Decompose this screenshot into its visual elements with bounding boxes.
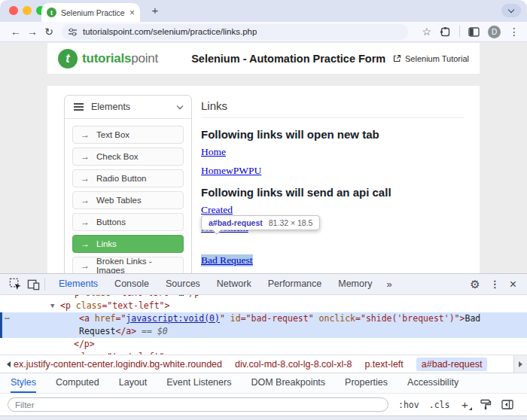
- new-style-rule-button[interactable]: +: [459, 398, 470, 411]
- sidebar-item-radio-button[interactable]: →Radio Button: [72, 169, 184, 187]
- breadcrumb-item-p-text-left[interactable]: p.text-left: [364, 359, 403, 370]
- sidebar-card: Elements →Text Box→Check Box→Radio Butto…: [64, 95, 192, 273]
- sidebar-item-broken-links-images[interactable]: →Broken Links - Images: [72, 257, 184, 273]
- sidebar-item-text-box[interactable]: →Text Box: [72, 126, 184, 144]
- breadcrumb-scroll-right[interactable]: [513, 355, 527, 373]
- profile-avatar[interactable]: D: [488, 26, 501, 38]
- toolbar-divider: [44, 278, 45, 291]
- page-link-home[interactable]: Home: [201, 146, 226, 158]
- forward-button[interactable]: →: [24, 26, 41, 38]
- heading-divider: [201, 117, 465, 118]
- sidebar-header-label: Elements: [91, 102, 170, 112]
- devtools-menu-icon[interactable]: ⋮: [490, 278, 500, 290]
- toggle-element-state-button[interactable]: :hov: [398, 400, 419, 410]
- styles-tab-dom-breakpoints[interactable]: DOM Breakpoints: [251, 373, 325, 393]
- page-title: Selenium - Automation Practice Form: [191, 53, 385, 65]
- sidebar-header[interactable]: Elements: [65, 96, 191, 119]
- page-link-bad-request[interactable]: Bad Request: [201, 254, 253, 266]
- styles-tab-properties[interactable]: Properties: [345, 373, 388, 393]
- styles-tab-accessibility[interactable]: Accessibility: [407, 373, 458, 393]
- styles-tab-styles[interactable]: Styles: [11, 373, 36, 393]
- side-panel-icon[interactable]: [468, 27, 480, 37]
- devtools-tabs: ElementsConsoleSourcesNetworkPerformance…: [50, 274, 380, 294]
- sidebar-item-label: Check Box: [96, 152, 139, 161]
- page-viewport: t tutorialspoint Selenium - Automation P…: [0, 42, 527, 273]
- page-link-created[interactable]: Created: [201, 204, 233, 216]
- page-link-homewpwpu[interactable]: HomewPWPU: [201, 165, 261, 177]
- settings-gear-icon[interactable]: ⚙: [470, 278, 480, 291]
- styles-tab-layout[interactable]: Layout: [119, 373, 148, 393]
- devtools-tab-sources[interactable]: Sources: [157, 274, 209, 294]
- page-container: t tutorialspoint Selenium - Automation P…: [47, 43, 480, 273]
- address-bar[interactable]: tutorialspoint.com/selenium/practice/lin…: [62, 24, 408, 40]
- devtools-tab-network[interactable]: Network: [209, 274, 260, 294]
- element-classes-button[interactable]: .cls: [429, 400, 450, 410]
- sidebar-item-web-tables[interactable]: →Web Tables: [72, 191, 184, 209]
- devtools-tab-performance[interactable]: Performance: [260, 274, 331, 294]
- content-heading: Links: [201, 99, 465, 112]
- selenium-tutorial-link[interactable]: Selenium Tutorial: [393, 54, 469, 63]
- section-title: Following links will send an api call: [201, 186, 465, 199]
- breadcrumb-items: ex.justify-content-center.logindiv.bg-wh…: [14, 358, 487, 371]
- tooltip-dimensions: 81.32 × 18.5: [269, 218, 313, 227]
- brand-light: point: [131, 51, 158, 65]
- devtools-tab-console[interactable]: Console: [106, 274, 157, 294]
- breadcrumb-item-ex-justify-content-center-logindiv-bg-white-rounded[interactable]: ex.justify-content-center.logindiv.bg-wh…: [14, 359, 222, 370]
- dom-row-parent-open[interactable]: ▼<p class="text-left">: [0, 300, 527, 312]
- computed-sidebar-toggle-icon[interactable]: [501, 400, 513, 409]
- sidebar-item-label: Radio Button: [96, 174, 147, 183]
- tab-close-icon[interactable]: ×: [129, 8, 135, 17]
- devtools-panel: ElementsConsoleSourcesNetworkPerformance…: [0, 273, 527, 420]
- sidebar-item-label: Web Tables: [96, 196, 142, 205]
- sidebar-item-links[interactable]: →Links: [72, 235, 184, 253]
- macos-close-button[interactable]: [9, 6, 18, 15]
- sidebar-item-check-box[interactable]: →Check Box: [72, 148, 184, 166]
- devtools-close-icon[interactable]: ×: [510, 278, 516, 291]
- browser-window: t Selenium Practice - Links × + ← → ↻ tu…: [0, 0, 527, 420]
- hamburger-icon: [74, 103, 84, 111]
- styles-tab-computed[interactable]: Computed: [56, 373, 99, 393]
- reload-button[interactable]: ↻: [41, 26, 57, 38]
- breadcrumb: ex.justify-content-center.logindiv.bg-wh…: [0, 355, 527, 373]
- triangle-left-icon: [7, 361, 11, 367]
- chevron-down-icon: [177, 102, 183, 108]
- browser-menu-icon[interactable]: ⋮: [509, 26, 519, 38]
- styles-tab-event-listeners[interactable]: Event Listeners: [166, 373, 231, 393]
- window-bottom-edge: [0, 415, 527, 420]
- brand-text[interactable]: tutorialspoint: [82, 51, 158, 66]
- bookmark-star-icon[interactable]: ☆: [422, 26, 431, 38]
- chevron-down-icon: [508, 6, 514, 12]
- arrow-right-icon: →: [81, 239, 90, 249]
- filter-input[interactable]: [8, 397, 388, 412]
- devtools-tab-elements[interactable]: Elements: [50, 274, 106, 294]
- site-settings-icon[interactable]: [68, 27, 78, 37]
- extensions-icon[interactable]: [440, 26, 451, 38]
- tutorialspoint-logo-icon[interactable]: t: [58, 49, 78, 68]
- back-button[interactable]: ←: [8, 26, 24, 38]
- tab-strip: t Selenium Practice - Links × +: [0, 0, 527, 22]
- external-link-icon: [393, 54, 401, 62]
- inspect-element-button[interactable]: [6, 275, 24, 294]
- more-tabs-icon[interactable]: »: [380, 278, 398, 290]
- browser-tab[interactable]: t Selenium Practice - Links ×: [41, 3, 140, 22]
- dom-row-selected-anchor[interactable]: ⋯<a href="javascript:void(0)" id="bad-re…: [0, 312, 527, 338]
- tab-search-button[interactable]: [501, 4, 521, 17]
- overflow-dots-icon: ⋯: [5, 312, 11, 325]
- breadcrumb-scroll-left[interactable]: [3, 355, 14, 373]
- toolbar-divider: [459, 26, 460, 38]
- sidebar-item-buttons[interactable]: →Buttons: [72, 213, 184, 231]
- device-toolbar-button[interactable]: [24, 275, 42, 294]
- breadcrumb-item-a-bad-request[interactable]: a#bad-request: [416, 358, 488, 371]
- macos-minimize-button[interactable]: [23, 6, 32, 15]
- arrow-right-icon: →: [81, 260, 90, 271]
- breadcrumb-item-div-col-md-8-col-lg-8-col-xl-8[interactable]: div.col-md-8.col-lg-8.col-xl-8: [235, 359, 352, 370]
- sidebar-item-label: Text Box: [96, 130, 129, 139]
- rendering-brush-icon[interactable]: [480, 399, 492, 410]
- sidebar-item-label: Buttons: [96, 218, 126, 227]
- inspect-cursor-icon: [9, 278, 22, 291]
- devtools-tab-memory[interactable]: Memory: [330, 274, 380, 294]
- new-tab-button[interactable]: +: [148, 3, 163, 18]
- main-content: Links Following links will open new tab …: [192, 86, 480, 273]
- browser-toolbar: ← → ↻ tutorialspoint.com/selenium/practi…: [0, 22, 527, 42]
- dom-row-parent-close[interactable]: </p>: [0, 338, 527, 351]
